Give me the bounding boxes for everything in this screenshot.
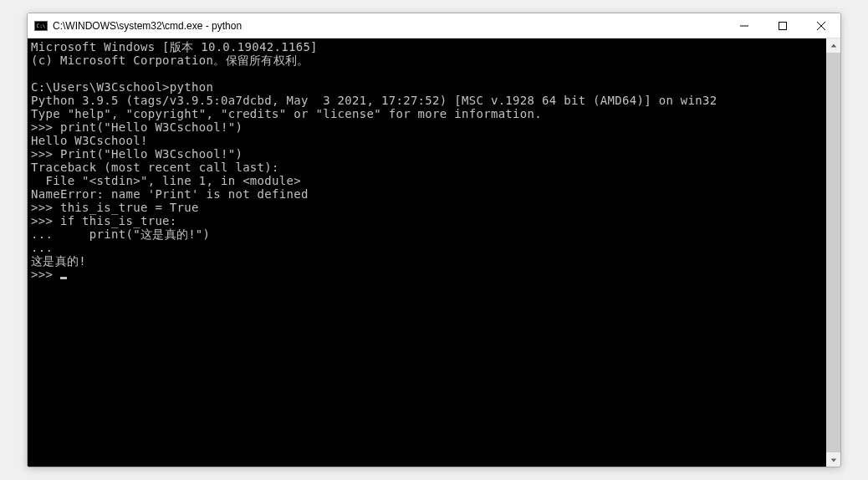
cmd-window: C:\WINDOWS\system32\cmd.exe - python Mic… <box>27 13 841 467</box>
scroll-track[interactable] <box>826 53 840 452</box>
terminal-line: ... print("这是真的!") <box>31 227 823 241</box>
terminal-line: ... <box>31 241 823 254</box>
terminal-line: >>> Print("Hello W3Cschool!") <box>31 147 823 161</box>
window-controls <box>725 13 840 38</box>
window-title: C:\WINDOWS\system32\cmd.exe - python <box>53 20 242 32</box>
vertical-scrollbar[interactable] <box>826 38 840 467</box>
close-button[interactable] <box>802 13 840 38</box>
terminal-line: C:\Users\W3Cschool>python <box>31 80 823 94</box>
terminal-line: 这是真的! <box>31 254 823 268</box>
scroll-down-button[interactable] <box>826 452 840 467</box>
terminal-line: NameError: name 'Print' is not defined <box>31 187 823 201</box>
maximize-icon <box>779 22 787 30</box>
terminal-line: Microsoft Windows [版本 10.0.19042.1165] <box>31 40 823 54</box>
terminal-line: >>> print("Hello W3Cschool!") <box>31 120 823 134</box>
title-bar: C:\WINDOWS\system32\cmd.exe - python <box>28 13 840 38</box>
cursor <box>60 277 67 279</box>
terminal-line: Python 3.9.5 (tags/v3.9.5:0a7dcbd, May 3… <box>31 94 823 107</box>
title-left: C:\WINDOWS\system32\cmd.exe - python <box>34 20 242 32</box>
close-icon <box>817 22 825 30</box>
terminal-line <box>31 67 823 80</box>
scroll-thumb[interactable] <box>826 53 840 452</box>
terminal-line: Hello W3Cschool! <box>31 134 823 147</box>
maximize-button[interactable] <box>763 13 802 38</box>
terminal-line: >>> this_is_true = True <box>31 201 823 214</box>
scroll-up-button[interactable] <box>826 38 840 53</box>
svg-rect-0 <box>740 25 748 26</box>
terminal-line: Traceback (most recent call last): <box>31 161 823 174</box>
content-area: Microsoft Windows [版本 10.0.19042.1165](c… <box>28 38 840 467</box>
minimize-icon <box>740 22 748 30</box>
cmd-icon <box>34 21 48 31</box>
svg-rect-1 <box>779 22 787 29</box>
chevron-up-icon <box>830 43 837 49</box>
terminal-line: >>> <box>31 268 823 281</box>
terminal-line: >>> if this_is_true: <box>31 214 823 227</box>
chevron-down-icon <box>830 457 837 463</box>
minimize-button[interactable] <box>725 13 763 38</box>
terminal-line: File "<stdin>", line 1, in <module> <box>31 174 823 187</box>
terminal-line: (c) Microsoft Corporation。保留所有权利。 <box>31 54 823 67</box>
terminal-output[interactable]: Microsoft Windows [版本 10.0.19042.1165](c… <box>28 38 826 467</box>
terminal-line: Type "help", "copyright", "credits" or "… <box>31 107 823 120</box>
